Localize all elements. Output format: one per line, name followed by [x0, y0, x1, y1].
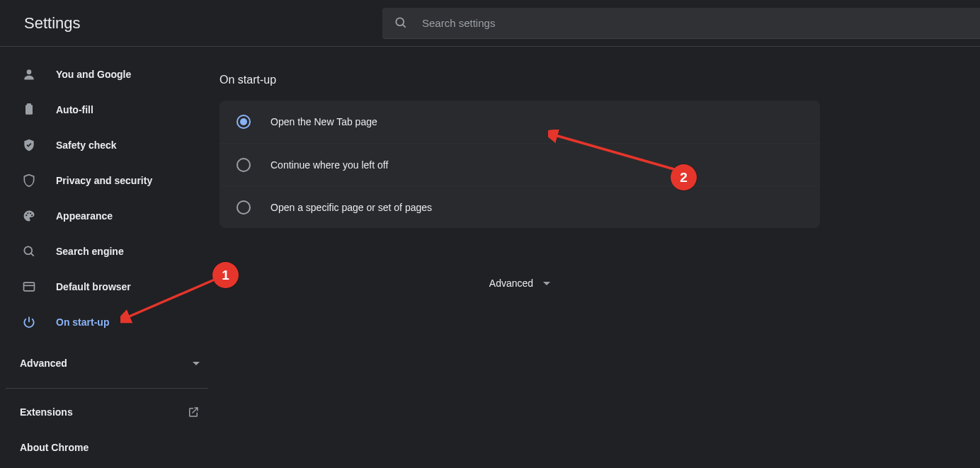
- radio-label: Open the New Tab page: [270, 116, 377, 127]
- search-bar[interactable]: [382, 8, 980, 39]
- radio-open-new-tab[interactable]: Open the New Tab page: [220, 101, 820, 143]
- svg-rect-5: [28, 104, 31, 106]
- radio-specific-pages[interactable]: Open a specific page or set of pages: [220, 186, 820, 228]
- svg-point-0: [396, 18, 404, 25]
- sidebar-item-label: On start-up: [56, 316, 109, 328]
- sidebar-item-auto-fill[interactable]: Auto-fill: [0, 92, 220, 127]
- section-title: On start-up: [220, 74, 980, 86]
- main-content: On start-up Open the New Tab page Contin…: [220, 47, 980, 468]
- svg-line-11: [31, 253, 34, 256]
- sidebar-item-appearance[interactable]: Appearance: [0, 198, 220, 234]
- radio-icon: [237, 158, 251, 172]
- sidebar-item-on-startup[interactable]: On start-up: [0, 304, 220, 340]
- sidebar-item-label: Search engine: [56, 246, 124, 257]
- radio-continue[interactable]: Continue where you left off: [220, 143, 820, 186]
- sidebar-item-you-and-google[interactable]: You and Google: [0, 57, 220, 92]
- about-label: About Chrome: [20, 442, 89, 453]
- sidebar: You and Google Auto-fill Safety check Pr…: [0, 47, 220, 468]
- magnifier-icon: [22, 244, 36, 258]
- sidebar-item-extensions[interactable]: Extensions: [0, 394, 220, 430]
- search-icon: [394, 16, 408, 30]
- svg-point-6: [25, 215, 27, 216]
- power-icon: [22, 315, 36, 329]
- sidebar-item-label: Appearance: [56, 210, 113, 222]
- startup-options-card: Open the New Tab page Continue where you…: [220, 101, 820, 228]
- radio-label: Open a specific page or set of pages: [270, 202, 432, 213]
- sidebar-item-about[interactable]: About Chrome: [0, 430, 220, 465]
- search-input[interactable]: [422, 17, 969, 29]
- radio-label: Continue where you left off: [270, 159, 388, 171]
- app-header: Settings: [0, 0, 980, 47]
- svg-point-8: [30, 212, 31, 214]
- external-link-icon: [187, 406, 200, 418]
- sidebar-item-safety-check[interactable]: Safety check: [0, 127, 220, 163]
- sidebar-item-label: Safety check: [56, 139, 117, 151]
- sidebar-item-label: Privacy and security: [56, 175, 152, 186]
- advanced-label: Advanced: [20, 358, 67, 369]
- main-advanced-toggle[interactable]: Advanced: [220, 278, 820, 289]
- sidebar-item-label: Default browser: [56, 281, 131, 292]
- svg-point-10: [24, 246, 32, 254]
- clipboard-icon: [22, 103, 36, 117]
- radio-icon: [237, 200, 251, 215]
- sidebar-item-label: You and Google: [56, 69, 131, 80]
- browser-icon: [22, 280, 36, 294]
- svg-point-7: [27, 212, 28, 214]
- advanced-label: Advanced: [489, 278, 533, 289]
- palette-icon: [22, 209, 36, 223]
- sidebar-divider: [6, 388, 208, 389]
- svg-rect-12: [24, 282, 35, 291]
- chevron-down-icon: [543, 282, 550, 285]
- radio-icon: [237, 115, 251, 129]
- svg-line-1: [403, 25, 406, 28]
- sidebar-item-privacy[interactable]: Privacy and security: [0, 163, 220, 198]
- sidebar-advanced-toggle[interactable]: Advanced: [0, 347, 220, 379]
- sidebar-item-search-engine[interactable]: Search engine: [0, 234, 220, 269]
- extensions-label: Extensions: [20, 406, 73, 418]
- app-title: Settings: [0, 14, 382, 33]
- chevron-down-icon: [193, 362, 200, 365]
- svg-point-9: [31, 215, 33, 216]
- annotation-badge-2: 2: [671, 164, 697, 190]
- sidebar-item-label: Auto-fill: [56, 104, 93, 115]
- annotation-badge-1: 1: [212, 262, 239, 288]
- shield-icon: [22, 173, 36, 188]
- sidebar-item-default-browser[interactable]: Default browser: [0, 269, 220, 304]
- svg-point-2: [27, 69, 32, 74]
- person-icon: [22, 67, 36, 81]
- shield-check-icon: [22, 138, 36, 152]
